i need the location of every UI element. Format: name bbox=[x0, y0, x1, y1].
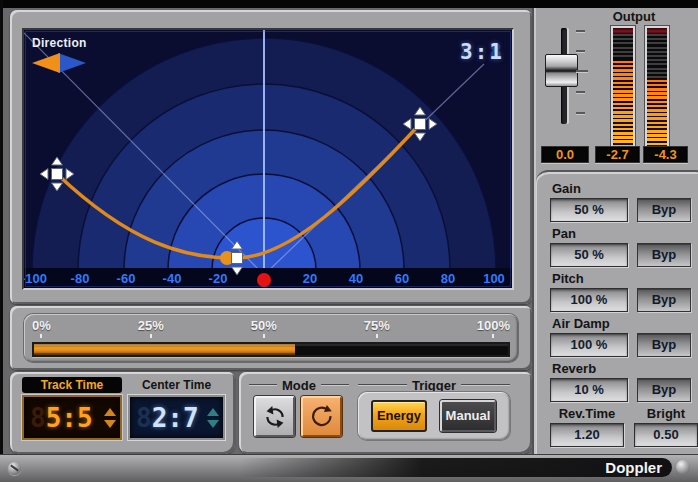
byp-button-pan[interactable]: Byp bbox=[637, 243, 691, 267]
direction-control[interactable]: Direction bbox=[32, 36, 88, 73]
output-section-title: Output bbox=[592, 9, 676, 24]
radar-display-panel: Direction 8:8 3:1 -100-80-60-40-20204060… bbox=[10, 10, 532, 304]
timeline-label-text: 75% bbox=[364, 318, 390, 333]
direction-right-arrow-icon[interactable] bbox=[58, 53, 86, 73]
timeline-label-100pct: 100% bbox=[477, 318, 510, 338]
timeline-label-25pct: 25% bbox=[138, 318, 164, 338]
window-top-strip bbox=[0, 0, 698, 8]
param-value-gain[interactable]: 50 % bbox=[550, 198, 628, 222]
timeline-tick bbox=[40, 334, 42, 338]
byp-button-air-damp[interactable]: Byp bbox=[637, 333, 691, 357]
axis-label--40: -40 bbox=[163, 271, 182, 286]
axis-label-80: 80 bbox=[441, 271, 455, 286]
axis-label--100: -100 bbox=[22, 271, 47, 286]
param-value-pan[interactable]: 50 % bbox=[550, 243, 628, 267]
time-panel: Track Time Center Time 8 5:5 8 2:7 bbox=[10, 372, 235, 454]
timeline-label-text: 0% bbox=[32, 318, 51, 333]
mode-header-label: Mode bbox=[282, 378, 316, 393]
param-value-rev-time[interactable]: 1.20 bbox=[550, 423, 624, 447]
timeline-label-50pct: 50% bbox=[251, 318, 277, 338]
meter-lit-segments bbox=[647, 78, 667, 146]
axis-label-100: 100 bbox=[483, 271, 505, 286]
center-time-step-down-icon[interactable] bbox=[207, 420, 219, 428]
parameters-footer-row: Rev.Time1.20Bright0.50 bbox=[550, 406, 692, 447]
track-time-value: 5:5 bbox=[46, 403, 93, 433]
param-label-reverb: Reverb bbox=[552, 361, 692, 376]
param-row-air-damp: Air Damp100 %Byp bbox=[550, 316, 692, 357]
bottom-bar: Doppler bbox=[0, 454, 698, 482]
param-label-pitch: Pitch bbox=[552, 271, 692, 286]
direction-arrows[interactable] bbox=[32, 53, 88, 73]
trigger-header: Trigger bbox=[358, 378, 510, 392]
param-cell-rev-time: Rev.Time1.20 bbox=[550, 406, 624, 447]
output-meter-left bbox=[611, 26, 635, 148]
fader-value-readout[interactable]: 0.0 bbox=[541, 146, 589, 163]
param-label-gain: Gain bbox=[552, 181, 692, 196]
param-label-bright: Bright bbox=[647, 406, 685, 421]
timeline-panel: 0%25%50%75%100% bbox=[10, 306, 532, 370]
meter-left-readout[interactable]: -2.7 bbox=[595, 146, 640, 163]
axis-label-20: 20 bbox=[303, 271, 317, 286]
ratio-lcd-display: 8:8 3:1 bbox=[434, 40, 504, 66]
center-time-display: 8 2:7 bbox=[128, 395, 225, 440]
param-value-reverb[interactable]: 10 % bbox=[550, 378, 628, 402]
track-time-display: 8 5:5 bbox=[22, 395, 122, 440]
axis-label--80: -80 bbox=[71, 271, 90, 286]
timeline-label-0pct: 0% bbox=[32, 318, 51, 338]
track-time-step-up-icon[interactable] bbox=[104, 408, 116, 416]
byp-button-gain[interactable]: Byp bbox=[637, 198, 691, 222]
mode-header-line bbox=[249, 384, 277, 386]
mode-header-line bbox=[321, 384, 349, 386]
mode-oneshot-button[interactable] bbox=[301, 396, 342, 437]
oneshot-cycle-icon bbox=[309, 404, 335, 430]
trigger-manual-button[interactable]: Manual bbox=[440, 400, 496, 432]
meter-unlit-segments bbox=[613, 34, 633, 59]
param-value-pitch[interactable]: 100 % bbox=[550, 288, 628, 312]
param-cell-bright: Bright0.50 bbox=[634, 406, 698, 447]
param-controls: 100 %Byp bbox=[550, 288, 692, 312]
param-value-air-damp[interactable]: 100 % bbox=[550, 333, 628, 357]
center-time-value: 2:7 bbox=[152, 403, 199, 433]
center-time-label: Center Time bbox=[128, 377, 225, 393]
param-row-pan: Pan50 %Byp bbox=[550, 226, 692, 267]
param-value-bright[interactable]: 0.50 bbox=[634, 423, 698, 447]
radar-screen[interactable]: Direction 8:8 3:1 -100-80-60-40-20204060… bbox=[22, 28, 514, 290]
plugin-name-plate: Doppler bbox=[240, 458, 672, 477]
timeline-progress-bar[interactable] bbox=[32, 342, 510, 357]
ratio-lcd-value: 3:1 bbox=[460, 40, 504, 64]
waves-ball-icon[interactable] bbox=[676, 460, 690, 474]
fader-tick bbox=[576, 70, 588, 72]
mode-trigger-panel: Mode Trigger Energy Manual bbox=[239, 372, 532, 454]
timeline-tick bbox=[376, 334, 378, 338]
byp-button-reverb[interactable]: Byp bbox=[637, 378, 691, 402]
timeline-label-text: 100% bbox=[477, 318, 510, 333]
param-row-gain: Gain50 %Byp bbox=[550, 181, 692, 222]
byp-button-pitch[interactable]: Byp bbox=[637, 288, 691, 312]
timeline-container: 0%25%50%75%100% bbox=[24, 314, 518, 362]
axis-label-60: 60 bbox=[395, 271, 409, 286]
timeline-progress-fill bbox=[34, 344, 295, 355]
param-controls: 50 %Byp bbox=[550, 198, 692, 222]
trigger-energy-button[interactable]: Energy bbox=[371, 400, 427, 432]
track-time-stepper[interactable] bbox=[104, 408, 116, 428]
param-controls: 50 %Byp bbox=[550, 243, 692, 267]
fader-tick bbox=[576, 30, 585, 32]
meter-right-readout[interactable]: -4.3 bbox=[643, 146, 688, 163]
trigger-header-label: Trigger bbox=[412, 378, 456, 393]
timeline-tick bbox=[492, 334, 494, 338]
center-time-stepper[interactable] bbox=[207, 408, 219, 428]
trigger-header-line bbox=[358, 384, 407, 386]
output-fader-thumb[interactable] bbox=[545, 54, 578, 87]
center-time-ghost-digit: 8 bbox=[130, 403, 152, 433]
screw-icon bbox=[8, 462, 21, 475]
doppler-plugin-window: Direction 8:8 3:1 -100-80-60-40-20204060… bbox=[0, 0, 698, 482]
center-time-step-up-icon[interactable] bbox=[207, 408, 219, 416]
direction-left-arrow-icon[interactable] bbox=[32, 53, 60, 73]
right-column: Output 0.0 -2.7 -4.3 Gain50 %BypPan50 %B… bbox=[532, 8, 698, 454]
axis-label--20: -20 bbox=[209, 271, 228, 286]
fader-tick bbox=[576, 50, 585, 52]
track-time-step-down-icon[interactable] bbox=[104, 420, 116, 428]
timeline-label-text: 50% bbox=[251, 318, 277, 333]
param-controls: 100 %Byp bbox=[550, 333, 692, 357]
mode-loop-button[interactable] bbox=[254, 396, 295, 437]
